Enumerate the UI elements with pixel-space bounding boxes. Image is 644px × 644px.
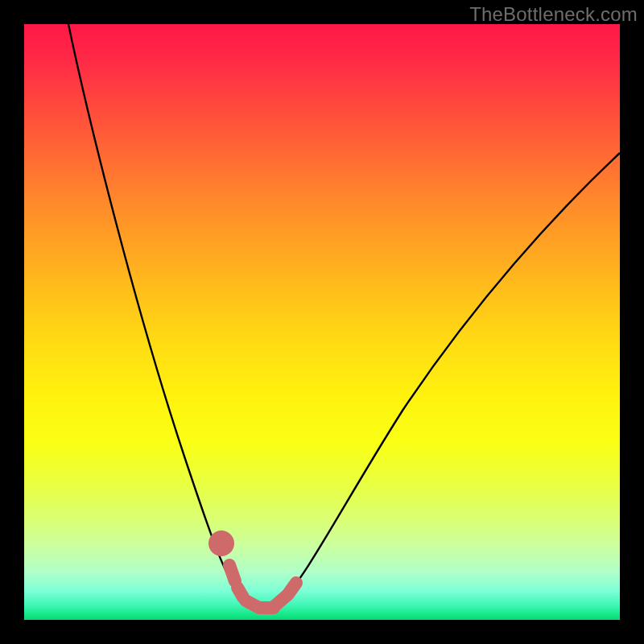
- optimal-zone-markers: [215, 537, 296, 608]
- svg-line-6: [288, 583, 296, 594]
- chart-frame: TheBottleneck.com: [0, 0, 644, 644]
- plot-area: [24, 24, 620, 620]
- svg-line-1: [229, 565, 235, 581]
- bottleneck-curve: [68, 24, 620, 609]
- svg-point-0: [215, 537, 228, 550]
- curve-layer: [24, 24, 620, 620]
- watermark-text: TheBottleneck.com: [469, 3, 638, 26]
